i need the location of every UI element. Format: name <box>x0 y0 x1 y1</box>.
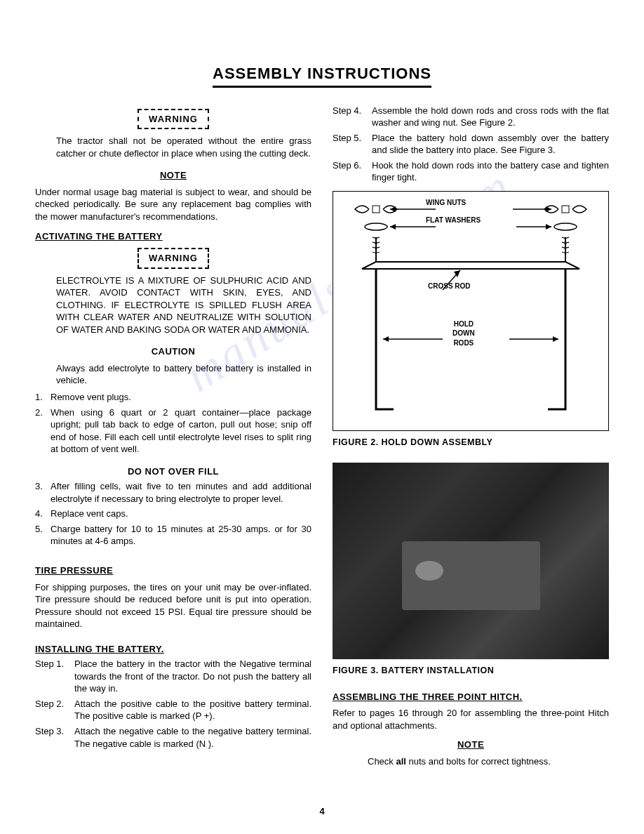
svg-point-2 <box>365 223 387 230</box>
assembling-heading: ASSEMBLING THE THREE POINT HITCH. <box>333 691 523 702</box>
warning-box: WARNING <box>137 109 209 130</box>
page-title: ASSEMBLY INSTRUCTIONS <box>213 63 431 88</box>
install-step: Step 6. Hook the hold down rods into the… <box>333 159 609 184</box>
step-text: Hook the hold down rods into the battery… <box>372 159 609 184</box>
step-text: Attach the negative cable to the negativ… <box>74 725 311 750</box>
svg-point-3 <box>554 223 577 230</box>
step-text: After filling cells, wait five to ten mi… <box>51 480 311 505</box>
warning-text: The tractor shall not be operated withou… <box>56 135 311 159</box>
svg-marker-7 <box>546 206 551 212</box>
install-step: Step 3. Attach the negative cable to the… <box>35 725 311 750</box>
fig-label-wing: WING NUTS <box>426 198 466 208</box>
svg-rect-0 <box>373 206 380 213</box>
note-text: Under normal usage bag material is subje… <box>35 186 311 223</box>
install-step: Step 4. Assemble the hold down rods and … <box>333 105 609 129</box>
svg-marker-15 <box>383 336 389 342</box>
battery-step: 3. After filling cells, wait five to ten… <box>35 480 311 505</box>
step-text: Assemble the hold down rods and cross ro… <box>372 105 609 129</box>
electrolyte-warning: ELECTROLYTE IS A MIXTURE OF SULPHURIC AC… <box>56 274 311 336</box>
figure-3-caption: FIGURE 3. BATTERY INSTALLATION <box>333 665 609 677</box>
fig-label-hold: HOLD DOWN RODS <box>452 319 475 348</box>
battery-step: 4. Replace vent caps. <box>35 508 311 520</box>
page-number: 4 <box>319 806 324 816</box>
step-label: Step 5. <box>333 132 368 157</box>
hold-down-assembly-svg <box>340 199 601 423</box>
svg-rect-1 <box>562 206 569 213</box>
note-check-text: Check all nuts and bolts for correct tig… <box>368 755 609 768</box>
caution-heading: CAUTION <box>152 346 196 357</box>
step-text: When using 6 quart or 2 quart container—… <box>51 406 311 456</box>
step-text: Place the battery hold down assembly ove… <box>372 132 609 157</box>
caution-text: Always add electrolyte to battery before… <box>56 362 311 387</box>
step-number: 3. <box>35 480 45 505</box>
activating-heading: ACTIVATING THE BATTERY <box>35 231 163 241</box>
fig-label-cross: CROSS ROD <box>428 282 471 291</box>
step-number: 1. <box>35 391 45 404</box>
battery-step: 5. Charge battery for 10 to 15 minutes a… <box>35 523 311 548</box>
install-step: Step 1. Place the battery in the tractor… <box>35 658 311 695</box>
svg-marker-17 <box>553 336 558 342</box>
tire-text: For shipping purposes, the tires on your… <box>35 581 311 630</box>
step-number: 2. <box>35 406 45 456</box>
step-text: Charge battery for 10 to 15 minutes at 2… <box>51 523 311 548</box>
tire-heading: TIRE PRESSURE <box>35 565 113 576</box>
install-step: Step 5. Place the battery hold down asse… <box>333 132 609 157</box>
left-column: WARNING The tractor shall not be operate… <box>35 102 311 772</box>
step-label: Step 1. <box>35 658 70 695</box>
fig-label-washers: FLAT WASHERS <box>426 216 481 225</box>
right-column: Step 4. Assemble the hold down rods and … <box>333 102 609 772</box>
step-text: Place the battery in the tractor with th… <box>74 658 311 695</box>
warning-box-2: WARNING <box>137 248 209 269</box>
battery-step: 1. Remove vent plugs. <box>35 391 311 404</box>
step-number: 4. <box>35 508 45 520</box>
step-text: Remove vent plugs. <box>51 391 131 404</box>
figure-2-diagram: WING NUTS FLAT WASHERS CROSS ROD HOLD DO… <box>333 191 609 431</box>
step-number: 5. <box>35 523 45 548</box>
step-label: Step 3. <box>35 725 70 750</box>
install-step: Step 2. Attach the positive cable to the… <box>35 698 311 722</box>
install-heading: INSTALLING THE BATTERY. <box>35 644 164 654</box>
step-text: Replace vent caps. <box>51 508 128 520</box>
note-heading-2: NOTE <box>457 739 484 750</box>
step-label: Step 4. <box>333 105 368 129</box>
step-label: Step 2. <box>35 698 70 722</box>
svg-marker-5 <box>390 206 396 212</box>
svg-marker-11 <box>546 224 551 230</box>
step-text: Attach the positive cable to the positiv… <box>74 698 311 722</box>
note-heading: NOTE <box>160 170 187 180</box>
no-overfill-heading: DO NOT OVER FILL <box>128 466 219 477</box>
page-content: ASSEMBLY INSTRUCTIONS WARNING The tracto… <box>0 0 644 793</box>
figure-3-photo <box>333 463 609 659</box>
battery-step: 2. When using 6 quart or 2 quart contain… <box>35 406 311 456</box>
assembling-text: Refer to pages 16 through 20 for assembl… <box>333 707 609 732</box>
step-label: Step 6. <box>333 159 368 184</box>
figure-2-caption: FIGURE 2. HOLD DOWN ASSEMBLY <box>333 437 609 449</box>
svg-marker-9 <box>390 224 396 230</box>
